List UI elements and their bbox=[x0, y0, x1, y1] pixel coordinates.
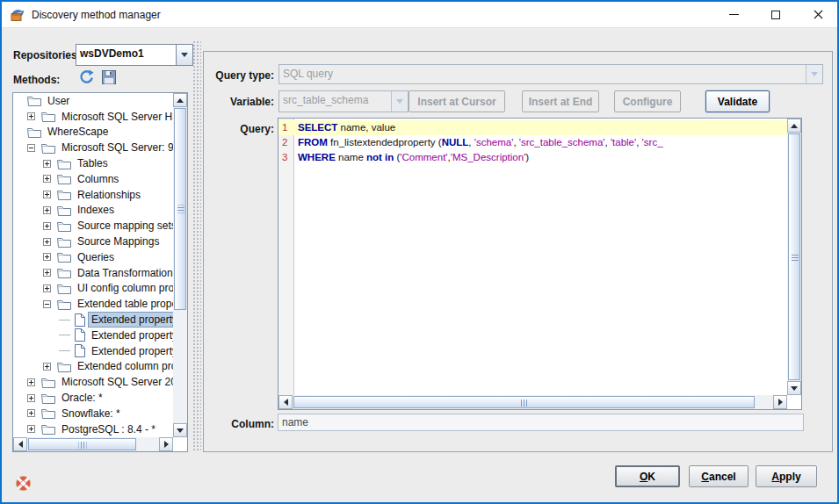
tree-item[interactable]: Source mapping sets bbox=[13, 218, 173, 234]
tree-item[interactable]: Queries bbox=[13, 249, 173, 265]
tree-item[interactable]: Extended property bbox=[13, 328, 173, 343]
editor-vscroll-thumb[interactable] bbox=[788, 133, 800, 380]
query-type-combo-arrow[interactable] bbox=[806, 65, 822, 83]
thumb-grip-icon bbox=[792, 253, 799, 261]
chevron-down-icon bbox=[181, 53, 188, 57]
scroll-right-button[interactable] bbox=[159, 437, 173, 451]
arrow-left-icon bbox=[18, 441, 23, 448]
sql-token: 'MS_Description' bbox=[451, 152, 526, 162]
folder-icon bbox=[57, 283, 71, 294]
line-code: FROM fn_listextendedproperty (NULL, 'sch… bbox=[294, 135, 663, 150]
tree-toggle-icon[interactable] bbox=[43, 238, 51, 246]
save-icon[interactable] bbox=[101, 69, 117, 85]
configure-button[interactable]: Configure bbox=[614, 90, 681, 112]
sql-line: 1 SELECT name, value bbox=[278, 120, 787, 135]
method-tree[interactable]: User Microsoft SQL Server HS: 9 bbox=[13, 93, 173, 437]
tree-toggle-icon[interactable] bbox=[27, 409, 35, 417]
tree-item[interactable]: Extended property bbox=[13, 343, 173, 359]
tree-toggle-icon[interactable] bbox=[43, 160, 51, 168]
query-label: Query: bbox=[208, 123, 274, 135]
folder-icon bbox=[57, 220, 71, 232]
refresh-icon[interactable] bbox=[78, 69, 94, 85]
document-icon bbox=[74, 313, 85, 327]
minimize-button[interactable] bbox=[716, 2, 751, 27]
tree-item[interactable]: Microsoft SQL Server 2000 bbox=[13, 374, 173, 390]
sql-token: 'src_table_schema' bbox=[519, 137, 605, 148]
tree-horizontal-scrollbar[interactable] bbox=[13, 437, 173, 451]
scroll-left-button[interactable] bbox=[13, 437, 27, 451]
column-label: Column: bbox=[208, 418, 274, 430]
tree-hscroll-thumb[interactable] bbox=[28, 438, 136, 450]
repositories-combo-arrow[interactable] bbox=[176, 45, 192, 65]
tree-item[interactable]: Source Mappings bbox=[13, 234, 173, 249]
line-number: 1 bbox=[278, 120, 294, 135]
sql-token: name bbox=[336, 152, 366, 162]
tree-vscroll-thumb[interactable] bbox=[174, 108, 186, 310]
scroll-right-button[interactable] bbox=[773, 395, 787, 409]
column-field[interactable] bbox=[278, 414, 804, 431]
editor-horizontal-scrollbar[interactable] bbox=[278, 395, 787, 409]
tree-item[interactable]: Extended column prop bbox=[13, 359, 173, 375]
insert-at-end-button[interactable]: Insert at End bbox=[522, 90, 599, 112]
tree-connector-line bbox=[59, 331, 70, 339]
cancel-button[interactable]: Cancel bbox=[689, 465, 749, 487]
window-title: Discovery method manager bbox=[32, 2, 161, 28]
tree-toggle-icon[interactable] bbox=[27, 378, 35, 386]
tree-item[interactable]: Indexes bbox=[13, 203, 173, 219]
apply-button[interactable]: Apply bbox=[756, 465, 817, 487]
validate-button[interactable]: Validate bbox=[705, 90, 770, 112]
tree-toggle-icon[interactable] bbox=[43, 253, 51, 261]
tree-item[interactable]: Data Transformations bbox=[13, 265, 173, 281]
scroll-down-button[interactable] bbox=[173, 423, 187, 437]
line-number: 2 bbox=[278, 135, 294, 150]
tree-toggle-icon[interactable] bbox=[43, 269, 51, 277]
tree-item[interactable]: Oracle: * bbox=[13, 390, 173, 406]
close-button[interactable] bbox=[800, 2, 835, 27]
tree-item[interactable]: UI config column prope bbox=[13, 281, 173, 297]
folder-icon bbox=[57, 299, 71, 310]
folder-icon bbox=[57, 158, 71, 169]
editor-hscroll-thumb[interactable] bbox=[293, 396, 755, 408]
sql-editor[interactable]: 1 SELECT name, value 2 FROM fn_listexten… bbox=[278, 118, 802, 410]
tree-toggle-icon[interactable] bbox=[27, 425, 35, 433]
scroll-up-button[interactable] bbox=[787, 119, 801, 133]
tree-item-label: Oracle: * bbox=[59, 391, 105, 405]
tree-toggle-icon[interactable] bbox=[43, 206, 51, 214]
scroll-down-button[interactable] bbox=[787, 381, 801, 395]
insert-at-cursor-button[interactable]: Insert at Cursor bbox=[409, 90, 505, 112]
folder-icon bbox=[57, 267, 71, 278]
tree-item[interactable]: Extended property bbox=[13, 312, 173, 328]
methods-label: Methods: bbox=[13, 74, 60, 86]
tree-toggle-icon[interactable] bbox=[27, 112, 35, 120]
tree-item[interactable]: Relationships bbox=[13, 187, 173, 203]
ok-button[interactable]: OK bbox=[615, 465, 680, 487]
tree-item-label: Extended column prop bbox=[75, 359, 173, 373]
query-type-combo[interactable]: SQL query bbox=[278, 64, 823, 84]
tree-toggle-icon[interactable] bbox=[43, 284, 51, 292]
scroll-left-button[interactable] bbox=[278, 395, 293, 409]
editor-vertical-scrollbar[interactable] bbox=[787, 119, 801, 395]
tree-item[interactable]: Snowflake: * bbox=[13, 406, 173, 421]
tree-toggle-icon[interactable] bbox=[43, 191, 51, 198]
folder-icon bbox=[41, 111, 55, 122]
tree-item[interactable]: Columns bbox=[13, 171, 173, 187]
tree-toggle-icon[interactable] bbox=[43, 175, 51, 183]
tree-toggle-icon[interactable] bbox=[43, 300, 51, 308]
tree-item[interactable]: PostgreSQL : 8.4 - * bbox=[13, 421, 173, 437]
tree-toggle-icon[interactable] bbox=[27, 394, 35, 402]
tree-vertical-scrollbar[interactable] bbox=[173, 93, 187, 437]
repositories-combo[interactable]: wsDVDemo1 bbox=[76, 44, 193, 66]
maximize-button[interactable] bbox=[758, 2, 793, 27]
folder-icon bbox=[41, 423, 55, 435]
tree-item[interactable]: Extended table propert bbox=[13, 296, 173, 312]
tree-toggle-icon[interactable] bbox=[43, 363, 51, 371]
variable-buttons: Insert at CursorInsert at EndConfigureVa… bbox=[2, 90, 837, 112]
tree-item[interactable]: WhereScape bbox=[13, 125, 173, 140]
sql-lines[interactable]: 1 SELECT name, value 2 FROM fn_listexten… bbox=[278, 119, 787, 395]
tree-item-label: Tables bbox=[75, 156, 111, 170]
tree-item[interactable]: Tables bbox=[13, 155, 173, 171]
tree-toggle-icon[interactable] bbox=[27, 144, 35, 152]
folder-icon bbox=[57, 205, 71, 216]
tree-toggle-icon[interactable] bbox=[43, 222, 51, 230]
tree-item[interactable]: Microsoft SQL Server: 9.0 - bbox=[13, 140, 173, 155]
